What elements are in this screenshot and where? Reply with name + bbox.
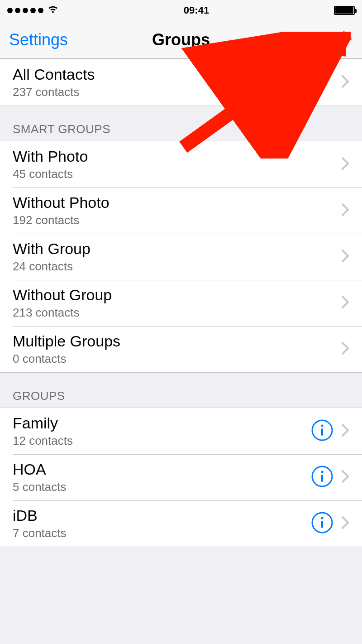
row-title: Multiple Groups xyxy=(13,332,120,350)
row-title: With Group xyxy=(13,240,90,258)
chevron-right-icon xyxy=(341,341,349,357)
row-title: iDB xyxy=(13,507,67,524)
row-subtitle: 237 contacts xyxy=(13,85,95,99)
row-title: HOA xyxy=(13,461,67,478)
info-icon[interactable] xyxy=(311,466,333,489)
chevron-right-icon xyxy=(341,249,349,264)
smart-group-row[interactable]: Without Group 213 contacts xyxy=(0,280,362,326)
row-subtitle: 5 contacts xyxy=(13,480,67,494)
row-subtitle: 7 contacts xyxy=(13,526,67,540)
status-right xyxy=(334,6,355,15)
smart-group-row[interactable]: With Photo 45 contacts xyxy=(0,141,362,187)
all-contacts-row[interactable]: All Contacts 237 contacts xyxy=(0,59,362,106)
status-time: 09:41 xyxy=(184,5,209,16)
smart-group-row[interactable]: Without Photo 192 contacts xyxy=(0,187,362,234)
info-icon[interactable] xyxy=(311,512,333,535)
row-title: Without Photo xyxy=(13,194,110,211)
row-subtitle: 45 contacts xyxy=(13,167,88,181)
svg-rect-2 xyxy=(321,428,323,436)
svg-rect-5 xyxy=(321,475,323,482)
chevron-right-icon xyxy=(341,423,349,439)
svg-point-4 xyxy=(321,471,324,473)
chevron-right-icon xyxy=(341,157,349,172)
svg-rect-8 xyxy=(321,521,323,528)
smart-group-row[interactable]: Multiple Groups 0 contacts xyxy=(0,326,362,372)
row-title: With Photo xyxy=(13,148,88,165)
nav-bar: Settings Groups Edit xyxy=(0,21,362,59)
info-icon[interactable] xyxy=(311,419,333,443)
add-button[interactable] xyxy=(335,30,353,50)
chevron-right-icon xyxy=(341,203,349,218)
edit-button[interactable]: Edit xyxy=(295,30,323,49)
row-subtitle: 0 contacts xyxy=(13,352,120,366)
row-title: All Contacts xyxy=(13,66,95,83)
row-subtitle: 192 contacts xyxy=(13,213,110,227)
chevron-right-icon xyxy=(341,470,349,485)
chevron-right-icon xyxy=(341,516,349,531)
wifi-icon xyxy=(47,5,59,16)
all-contacts-section: All Contacts 237 contacts xyxy=(0,59,362,106)
smart-groups-section: With Photo 45 contacts Without Photo 192… xyxy=(0,141,362,373)
row-subtitle: 213 contacts xyxy=(13,306,112,320)
groups-header: GROUPS xyxy=(0,373,362,408)
group-row[interactable]: iDB 7 contacts xyxy=(0,500,362,547)
row-title: Family xyxy=(13,414,73,432)
row-subtitle: 24 contacts xyxy=(13,260,90,274)
svg-point-1 xyxy=(321,425,324,427)
chevron-right-icon xyxy=(341,75,349,90)
back-button[interactable]: Settings xyxy=(9,30,68,49)
status-bar: 09:41 xyxy=(0,0,362,21)
signal-dots-icon xyxy=(7,8,43,13)
svg-point-7 xyxy=(321,517,324,519)
smart-groups-header: SMART GROUPS xyxy=(0,106,362,141)
groups-section: Family 12 contacts HOA 5 contacts iDB 7 … xyxy=(0,408,362,547)
group-row[interactable]: HOA 5 contacts xyxy=(0,454,362,500)
battery-icon xyxy=(334,6,355,15)
row-subtitle: 12 contacts xyxy=(13,434,73,448)
status-left xyxy=(7,5,59,16)
row-title: Without Group xyxy=(13,286,112,304)
group-row[interactable]: Family 12 contacts xyxy=(0,408,362,454)
smart-group-row[interactable]: With Group 24 contacts xyxy=(0,234,362,280)
chevron-right-icon xyxy=(341,295,349,311)
